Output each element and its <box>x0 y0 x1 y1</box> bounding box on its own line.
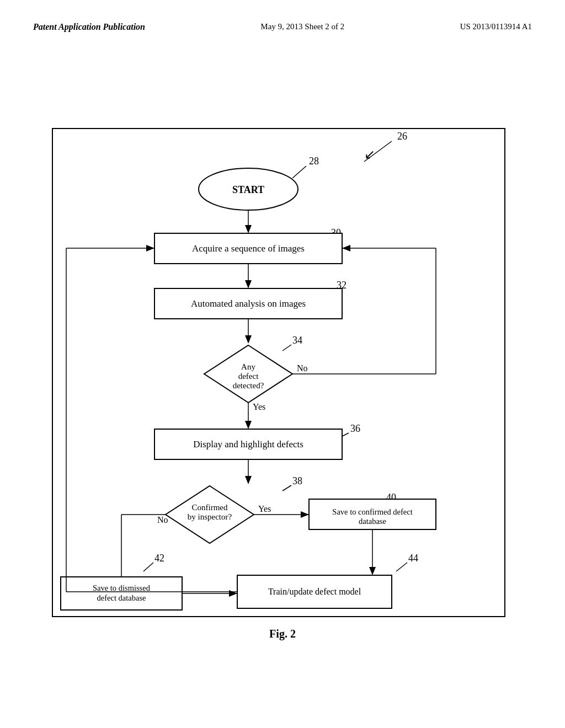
svg-marker-52 <box>146 245 154 251</box>
save-dismissed-node: Save to dismissed <box>93 584 151 592</box>
svg-text:database: database <box>359 517 386 526</box>
svg-line-42 <box>143 563 153 571</box>
svg-line-14 <box>282 345 291 351</box>
ref-44: 44 <box>408 553 418 564</box>
header-patent-number: US 2013/0113914 A1 <box>460 22 532 31</box>
yes-label-2: Yes <box>258 504 271 513</box>
no-label-1: No <box>297 363 308 373</box>
svg-text:detected?: detected? <box>233 381 264 390</box>
svg-text:↙: ↙ <box>364 147 375 162</box>
svg-marker-32 <box>301 511 309 518</box>
svg-text:defect: defect <box>238 372 259 381</box>
svg-line-28 <box>282 485 291 491</box>
ref-34: 34 <box>292 335 302 346</box>
yes-label-1: Yes <box>253 402 265 411</box>
automated-node: Automated analysis on images <box>191 298 306 309</box>
acquire-node: Acquire a sequence of images <box>192 243 305 254</box>
svg-text:by inspector?: by inspector? <box>188 512 232 521</box>
diagram-container: 26 ↙ 28 START 30 Acquire a sequence of i… <box>0 43 565 622</box>
save-confirmed-node: Save to confirmed defect <box>332 507 412 516</box>
svg-marker-23 <box>245 421 252 429</box>
confirmed-node: Confirmed <box>192 503 228 512</box>
no-label-2: No <box>157 515 168 524</box>
svg-text:defect database: defect database <box>97 593 146 602</box>
ref-28: 28 <box>309 156 319 167</box>
display-node: Display and highlight defects <box>193 439 303 449</box>
figure-label: Fig. 2 <box>0 628 565 657</box>
svg-marker-21 <box>342 245 350 251</box>
ref-38: 38 <box>292 475 302 486</box>
start-node: START <box>232 184 264 195</box>
ref-42: 42 <box>154 553 164 564</box>
train-node: Train/update defect model <box>268 587 361 597</box>
svg-marker-27 <box>245 476 252 484</box>
svg-line-2 <box>292 166 306 178</box>
svg-marker-13 <box>245 335 252 344</box>
header-date-sheet: May 9, 2013 Sheet 2 of 2 <box>260 22 344 31</box>
header-title: Patent Application Publication <box>33 22 145 32</box>
svg-marker-46 <box>229 590 237 597</box>
svg-marker-37 <box>369 567 376 575</box>
defect-detected-node: Any <box>241 362 255 371</box>
svg-marker-9 <box>245 280 252 288</box>
page-header: Patent Application Publication May 9, 20… <box>0 0 565 32</box>
svg-line-47 <box>396 563 407 571</box>
ref-26: 26 <box>397 131 407 142</box>
svg-marker-5 <box>245 225 252 233</box>
flowchart-svg: 26 ↙ 28 START 30 Acquire a sequence of i… <box>0 43 565 622</box>
ref-36: 36 <box>350 423 360 434</box>
